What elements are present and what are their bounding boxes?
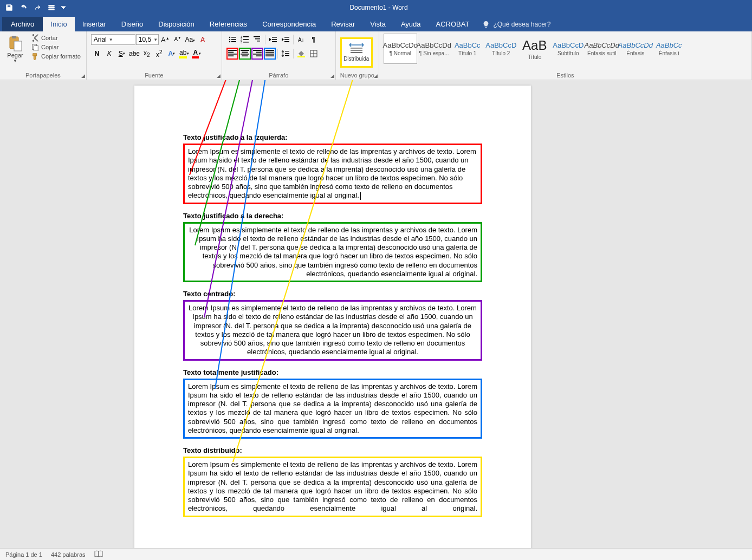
group-label-portapapeles: Portapapeles	[4, 71, 82, 80]
distribute-icon	[348, 43, 365, 55]
tab-correspondencia[interactable]: Correspondencia	[255, 17, 323, 31]
subscript-icon: x2	[144, 49, 150, 58]
line-spacing-icon	[281, 49, 290, 58]
shrink-font-icon: A▼	[174, 36, 181, 42]
tab-vista[interactable]: Vista	[362, 17, 393, 31]
svg-rect-12	[243, 36, 249, 37]
numbering-button[interactable]: 123	[239, 34, 251, 45]
font-size-combo[interactable]: 10,5▼	[136, 34, 159, 45]
svg-rect-34	[253, 50, 262, 51]
copy-icon	[31, 43, 39, 51]
chevron-down-icon: ▼	[109, 37, 113, 42]
svg-rect-36	[253, 54, 262, 55]
qat-undo-button[interactable]	[17, 2, 29, 14]
tab-referencias[interactable]: Referencias	[202, 17, 255, 31]
svg-rect-50	[351, 50, 362, 51]
style-titulo2[interactable]: AaBbCcDTítulo 2	[484, 34, 518, 64]
tab-revisar[interactable]: Revisar	[323, 17, 362, 31]
svg-rect-27	[228, 52, 234, 53]
align-left-button[interactable]	[226, 48, 238, 60]
dialog-launcher-portapapeles[interactable]: ◢	[81, 73, 85, 79]
clear-formatting-button[interactable]: A̷	[197, 34, 209, 45]
show-marks-button[interactable]: ¶	[308, 34, 320, 45]
font-name-combo[interactable]: Arial▼	[91, 34, 135, 45]
increase-indent-button[interactable]	[280, 34, 291, 45]
styles-gallery[interactable]: AaBbCcDd¶ Normal AaBbCcDd¶ Sin espa... A…	[384, 34, 747, 71]
decrease-indent-button[interactable]	[267, 34, 279, 45]
multilevel-button[interactable]	[251, 34, 263, 45]
group-parrafo: 123 A↓ ¶	[222, 31, 336, 80]
align-right-button[interactable]	[251, 48, 263, 60]
bold-icon: N	[94, 50, 99, 57]
tab-archivo[interactable]: Archivo	[2, 17, 43, 31]
dialog-launcher-parrafo[interactable]: ◢	[330, 73, 334, 79]
shading-button[interactable]	[295, 48, 307, 60]
strikethrough-icon: abc	[129, 50, 139, 57]
sort-icon: A↓	[298, 37, 304, 43]
style-titulo[interactable]: AaBTítulo	[518, 34, 552, 64]
text-effects-button[interactable]: A▾	[166, 48, 178, 60]
svg-rect-32	[241, 54, 249, 55]
qat-save-button[interactable]	[3, 2, 15, 14]
eraser-icon: A̷	[200, 36, 205, 43]
align-center-icon	[240, 49, 250, 58]
highlight-button[interactable]: ab▾	[178, 48, 190, 60]
style-subtitulo[interactable]: AaBbCcDSubtítulo	[552, 34, 585, 64]
style-enfasis[interactable]: AaBbCcDdÉnfasis	[619, 34, 652, 64]
indent-icon	[281, 35, 290, 44]
change-case-button[interactable]: Aa▾	[184, 34, 196, 45]
tab-acrobat[interactable]: ACROBAT	[429, 17, 477, 31]
tab-inicio[interactable]: Inicio	[43, 17, 74, 31]
align-center-button[interactable]	[239, 48, 251, 60]
format-painter-button[interactable]: Copiar formato	[30, 52, 82, 61]
svg-rect-23	[284, 37, 289, 38]
tell-me-search[interactable]: ¿Qué desea hacer?	[477, 17, 556, 31]
cut-button[interactable]: Cortar	[30, 34, 82, 42]
sort-button[interactable]: A↓	[295, 34, 307, 45]
svg-rect-6	[231, 37, 236, 38]
tab-diseno[interactable]: Diseño	[114, 17, 151, 31]
style-normal[interactable]: AaBbCcDd¶ Normal	[384, 34, 417, 64]
style-enfasis-sutil[interactable]: AaBbCcDdÉnfasis sutil	[585, 34, 619, 64]
redo-icon	[34, 4, 41, 11]
svg-rect-40	[265, 54, 274, 55]
qat-redo-button[interactable]	[31, 2, 43, 14]
tab-insertar[interactable]: Insertar	[75, 17, 114, 31]
bold-button[interactable]: N	[91, 48, 103, 60]
qat-customize-button[interactable]	[60, 2, 67, 14]
svg-rect-18	[255, 38, 260, 40]
style-titulo1[interactable]: AaBbCcTítulo 1	[451, 34, 484, 64]
svg-rect-29	[228, 55, 234, 56]
ribbon: Pegar ▼ Cortar Copiar Copiar formato Por…	[0, 31, 752, 80]
subscript-button[interactable]: x2	[141, 48, 153, 60]
qat-touchmode-button[interactable]	[46, 2, 57, 14]
underline-button[interactable]: S▾	[116, 48, 128, 60]
font-size-value: 10,5	[139, 36, 151, 43]
italic-button[interactable]: K	[103, 48, 115, 60]
align-justify-button[interactable]	[264, 48, 276, 60]
style-sin-espaciado[interactable]: AaBbCcDd¶ Sin espa...	[417, 34, 451, 64]
distribute-button[interactable]: Distribuida	[340, 37, 373, 68]
svg-rect-19	[257, 41, 260, 42]
borders-button[interactable]	[308, 48, 320, 60]
strikethrough-button[interactable]: abc	[128, 48, 140, 60]
style-enfasis-i[interactable]: AaBbCcÉnfasis i	[652, 34, 686, 64]
superscript-button[interactable]: x2	[153, 48, 165, 60]
list-icon	[48, 4, 55, 11]
save-icon	[5, 4, 13, 11]
paste-button[interactable]: Pegar ▼	[4, 34, 26, 64]
svg-rect-45	[297, 56, 305, 57]
tab-ayuda[interactable]: Ayuda	[393, 17, 429, 31]
dialog-launcher-nuevo-grupo[interactable]: ◢	[374, 73, 378, 79]
dialog-launcher-fuente[interactable]: ◢	[217, 73, 221, 79]
line-spacing-button[interactable]	[280, 48, 291, 60]
group-label-parrafo: Párrafo	[226, 71, 331, 80]
undo-icon	[20, 4, 27, 11]
align-right-icon	[252, 49, 262, 58]
tab-disposicion[interactable]: Disposición	[151, 17, 202, 31]
font-color-button[interactable]: A▾	[191, 48, 203, 60]
grow-font-button[interactable]: A▲	[159, 34, 171, 45]
shrink-font-button[interactable]: A▼	[172, 34, 184, 45]
bullets-button[interactable]	[226, 34, 238, 45]
copy-button[interactable]: Copiar	[30, 43, 82, 51]
